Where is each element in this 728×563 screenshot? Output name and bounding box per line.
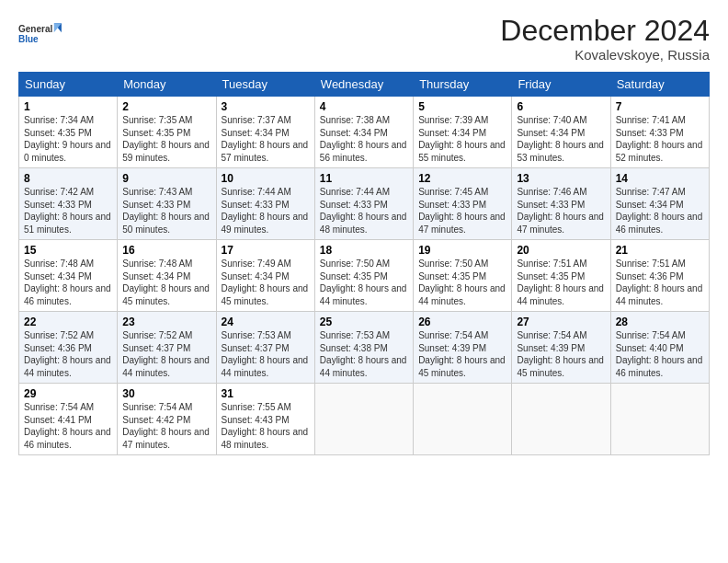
header-monday: Monday xyxy=(118,73,216,97)
calendar-cell: 6 Sunrise: 7:40 AMSunset: 4:34 PMDayligh… xyxy=(512,97,610,168)
logo-svg: General Blue xyxy=(18,15,64,53)
calendar-cell: 23 Sunrise: 7:52 AMSunset: 4:37 PMDaylig… xyxy=(118,312,216,384)
day-number: 2 xyxy=(122,100,210,113)
day-number: 5 xyxy=(418,100,506,113)
day-number: 27 xyxy=(517,316,605,328)
calendar-cell: 4 Sunrise: 7:38 AMSunset: 4:34 PMDayligh… xyxy=(314,97,413,168)
day-number: 6 xyxy=(517,100,605,113)
day-number: 11 xyxy=(320,172,408,185)
calendar-cell: 11 Sunrise: 7:44 AMSunset: 4:33 PMDaylig… xyxy=(314,168,413,240)
day-info: Sunrise: 7:39 AMSunset: 4:34 PMDaylight:… xyxy=(418,115,506,163)
day-info: Sunrise: 7:50 AMSunset: 4:35 PMDaylight:… xyxy=(418,259,506,306)
calendar-cell: 29 Sunrise: 7:54 AMSunset: 4:41 PMDaylig… xyxy=(19,384,118,455)
day-number: 9 xyxy=(122,172,210,185)
calendar-cell: 16 Sunrise: 7:48 AMSunset: 4:34 PMDaylig… xyxy=(118,240,216,312)
day-info: Sunrise: 7:44 AMSunset: 4:33 PMDaylight:… xyxy=(222,187,309,235)
day-number: 10 xyxy=(222,172,310,185)
day-info: Sunrise: 7:48 AMSunset: 4:34 PMDaylight:… xyxy=(122,259,210,306)
day-info: Sunrise: 7:52 AMSunset: 4:36 PMDaylight:… xyxy=(24,330,111,378)
svg-text:Blue: Blue xyxy=(18,34,39,44)
day-info: Sunrise: 7:43 AMSunset: 4:33 PMDaylight:… xyxy=(122,187,210,235)
header-saturday: Saturday xyxy=(610,73,709,97)
day-number: 8 xyxy=(24,172,112,185)
week-row-2: 8 Sunrise: 7:42 AMSunset: 4:33 PMDayligh… xyxy=(19,168,710,240)
calendar-cell xyxy=(610,384,709,455)
calendar-cell xyxy=(414,384,512,455)
day-info: Sunrise: 7:44 AMSunset: 4:33 PMDaylight:… xyxy=(320,187,407,235)
calendar-cell: 27 Sunrise: 7:54 AMSunset: 4:39 PMDaylig… xyxy=(512,312,610,384)
header-tuesday: Tuesday xyxy=(216,73,314,97)
calendar-cell: 20 Sunrise: 7:51 AMSunset: 4:35 PMDaylig… xyxy=(512,240,610,312)
day-number: 28 xyxy=(616,316,704,328)
calendar-cell: 7 Sunrise: 7:41 AMSunset: 4:33 PMDayligh… xyxy=(610,97,709,168)
day-number: 22 xyxy=(24,316,112,328)
calendar-cell: 31 Sunrise: 7:55 AMSunset: 4:43 PMDaylig… xyxy=(216,384,314,455)
day-number: 14 xyxy=(616,172,704,185)
day-info: Sunrise: 7:45 AMSunset: 4:33 PMDaylight:… xyxy=(418,187,506,235)
day-info: Sunrise: 7:41 AMSunset: 4:33 PMDaylight:… xyxy=(616,115,703,163)
calendar-cell xyxy=(512,384,610,455)
page: General Blue December 2024 Kovalevskoye,… xyxy=(0,0,728,563)
day-info: Sunrise: 7:51 AMSunset: 4:36 PMDaylight:… xyxy=(616,259,703,306)
title-block: December 2024 Kovalevskoye, Russia xyxy=(500,15,710,63)
calendar-cell: 25 Sunrise: 7:53 AMSunset: 4:38 PMDaylig… xyxy=(314,312,413,384)
day-number: 7 xyxy=(616,100,704,113)
day-info: Sunrise: 7:54 AMSunset: 4:39 PMDaylight:… xyxy=(418,330,506,378)
day-number: 15 xyxy=(24,244,112,257)
calendar-cell: 22 Sunrise: 7:52 AMSunset: 4:36 PMDaylig… xyxy=(19,312,118,384)
calendar-cell xyxy=(314,384,413,455)
calendar-cell: 9 Sunrise: 7:43 AMSunset: 4:33 PMDayligh… xyxy=(118,168,216,240)
calendar-cell: 2 Sunrise: 7:35 AMSunset: 4:35 PMDayligh… xyxy=(118,97,216,168)
header-wednesday: Wednesday xyxy=(314,73,413,97)
calendar-cell: 18 Sunrise: 7:50 AMSunset: 4:35 PMDaylig… xyxy=(314,240,413,312)
week-row-3: 15 Sunrise: 7:48 AMSunset: 4:34 PMDaylig… xyxy=(19,240,710,312)
day-number: 21 xyxy=(616,244,704,257)
day-info: Sunrise: 7:47 AMSunset: 4:34 PMDaylight:… xyxy=(616,187,703,235)
day-info: Sunrise: 7:38 AMSunset: 4:34 PMDaylight:… xyxy=(320,115,407,163)
day-number: 1 xyxy=(24,100,112,113)
day-info: Sunrise: 7:52 AMSunset: 4:37 PMDaylight:… xyxy=(122,330,210,378)
day-info: Sunrise: 7:51 AMSunset: 4:35 PMDaylight:… xyxy=(517,259,604,306)
header-thursday: Thursday xyxy=(414,73,512,97)
day-info: Sunrise: 7:53 AMSunset: 4:38 PMDaylight:… xyxy=(320,330,407,378)
calendar-cell: 3 Sunrise: 7:37 AMSunset: 4:34 PMDayligh… xyxy=(216,97,314,168)
month-title: December 2024 xyxy=(500,15,710,47)
day-info: Sunrise: 7:34 AMSunset: 4:35 PMDaylight:… xyxy=(24,115,111,163)
header-friday: Friday xyxy=(512,73,610,97)
calendar-cell: 28 Sunrise: 7:54 AMSunset: 4:40 PMDaylig… xyxy=(610,312,709,384)
header: General Blue December 2024 Kovalevskoye,… xyxy=(18,15,710,63)
day-number: 20 xyxy=(517,244,605,257)
day-info: Sunrise: 7:35 AMSunset: 4:35 PMDaylight:… xyxy=(122,115,210,163)
day-number: 26 xyxy=(418,316,506,328)
week-row-5: 29 Sunrise: 7:54 AMSunset: 4:41 PMDaylig… xyxy=(19,384,710,455)
day-info: Sunrise: 7:54 AMSunset: 4:39 PMDaylight:… xyxy=(517,330,604,378)
week-row-4: 22 Sunrise: 7:52 AMSunset: 4:36 PMDaylig… xyxy=(19,312,710,384)
calendar-cell: 19 Sunrise: 7:50 AMSunset: 4:35 PMDaylig… xyxy=(414,240,512,312)
day-number: 4 xyxy=(320,100,408,113)
calendar-cell: 30 Sunrise: 7:54 AMSunset: 4:42 PMDaylig… xyxy=(118,384,216,455)
day-info: Sunrise: 7:54 AMSunset: 4:41 PMDaylight:… xyxy=(24,402,111,450)
calendar-table: SundayMondayTuesdayWednesdayThursdayFrid… xyxy=(18,72,710,455)
calendar-cell: 10 Sunrise: 7:44 AMSunset: 4:33 PMDaylig… xyxy=(216,168,314,240)
day-number: 17 xyxy=(222,244,310,257)
calendar-cell: 26 Sunrise: 7:54 AMSunset: 4:39 PMDaylig… xyxy=(414,312,512,384)
day-number: 31 xyxy=(222,387,310,400)
day-number: 23 xyxy=(122,316,210,328)
day-info: Sunrise: 7:49 AMSunset: 4:34 PMDaylight:… xyxy=(222,259,309,306)
day-info: Sunrise: 7:46 AMSunset: 4:33 PMDaylight:… xyxy=(517,187,604,235)
calendar-cell: 8 Sunrise: 7:42 AMSunset: 4:33 PMDayligh… xyxy=(19,168,118,240)
calendar-cell: 24 Sunrise: 7:53 AMSunset: 4:37 PMDaylig… xyxy=(216,312,314,384)
day-number: 30 xyxy=(122,387,210,400)
header-sunday: Sunday xyxy=(19,73,118,97)
day-info: Sunrise: 7:55 AMSunset: 4:43 PMDaylight:… xyxy=(222,402,309,450)
day-number: 19 xyxy=(418,244,506,257)
week-row-1: 1 Sunrise: 7:34 AMSunset: 4:35 PMDayligh… xyxy=(19,97,710,168)
day-info: Sunrise: 7:37 AMSunset: 4:34 PMDaylight:… xyxy=(222,115,309,163)
calendar-cell: 12 Sunrise: 7:45 AMSunset: 4:33 PMDaylig… xyxy=(414,168,512,240)
day-info: Sunrise: 7:40 AMSunset: 4:34 PMDaylight:… xyxy=(517,115,604,163)
day-info: Sunrise: 7:50 AMSunset: 4:35 PMDaylight:… xyxy=(320,259,407,306)
calendar-cell: 5 Sunrise: 7:39 AMSunset: 4:34 PMDayligh… xyxy=(414,97,512,168)
day-info: Sunrise: 7:42 AMSunset: 4:33 PMDaylight:… xyxy=(24,187,111,235)
day-info: Sunrise: 7:54 AMSunset: 4:42 PMDaylight:… xyxy=(122,402,210,450)
day-number: 18 xyxy=(320,244,408,257)
